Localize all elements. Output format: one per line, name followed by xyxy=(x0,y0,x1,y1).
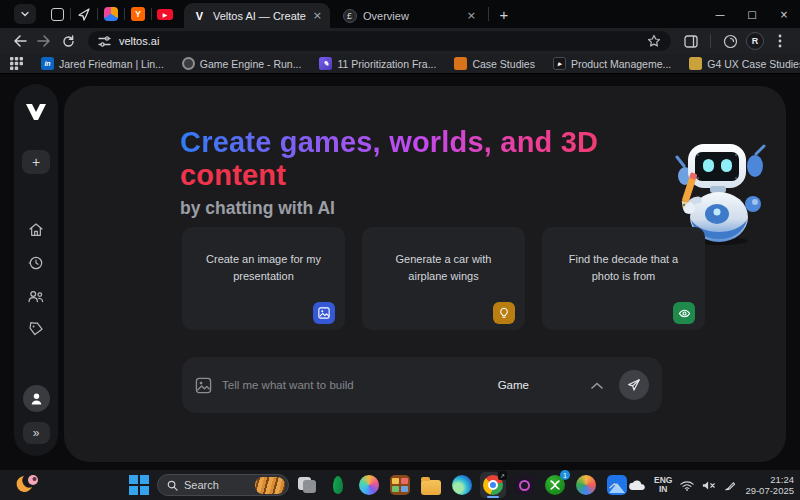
browser-tab-strip: Y ▶ V Veltos AI — Create Games & 3... × … xyxy=(0,0,800,28)
card-label: Create an image for my presentation xyxy=(182,227,345,284)
person-icon xyxy=(29,391,44,406)
chrome-notification-badge: ↗ xyxy=(498,471,507,480)
tab-title: Overview xyxy=(363,10,461,22)
pinned-tab-send[interactable] xyxy=(71,2,97,26)
edge-icon xyxy=(452,475,472,495)
suggestion-card-photo[interactable]: Find the decade that a photo is from xyxy=(542,227,705,330)
tab-divider xyxy=(488,7,489,21)
prompt-composer[interactable]: Game xyxy=(182,357,662,413)
weather-widget-icon[interactable] xyxy=(16,473,42,497)
attach-image-icon[interactable] xyxy=(195,377,212,394)
bookmark-item[interactable]: G4 UX Case Studies... xyxy=(683,57,800,70)
bookmark-item[interactable]: ✎11 Prioritization Fra... xyxy=(313,57,442,70)
new-project-button[interactable]: + xyxy=(22,150,50,174)
windows-taskbar: Search ↗ 1 ENGIN xyxy=(0,470,800,500)
browser-menu-button[interactable] xyxy=(768,30,792,52)
system-tray: ENGIN 21:2429-07-2025 xyxy=(609,470,794,500)
bookmark-star-icon[interactable] xyxy=(647,34,661,48)
forward-button[interactable] xyxy=(32,30,56,52)
folder-icon xyxy=(421,480,441,495)
document-icon xyxy=(51,8,64,21)
language-indicator[interactable]: ENGIN xyxy=(654,476,672,494)
copilot-app[interactable] xyxy=(356,472,382,498)
apps-grid-icon xyxy=(10,57,23,70)
tab-veltos[interactable]: V Veltos AI — Create Games & 3... × xyxy=(184,3,330,28)
minimize-button[interactable]: — xyxy=(704,0,736,28)
taskbar-clock[interactable]: 21:2429-07-2025 xyxy=(745,474,794,496)
bookmark-label: Game Engine - Run... xyxy=(200,58,302,70)
copilot-icon xyxy=(359,475,379,495)
prompt-input[interactable] xyxy=(222,379,498,391)
back-button[interactable] xyxy=(8,30,32,52)
tab-overview[interactable]: £ Overview × xyxy=(334,3,484,28)
new-tab-button[interactable]: + xyxy=(493,3,515,25)
window-controls: — □ × xyxy=(704,0,800,28)
hackernews-icon: Y xyxy=(131,7,145,21)
tray-chevron-up-icon[interactable] xyxy=(609,482,620,489)
bookmark-item[interactable]: Case Studies xyxy=(448,57,540,70)
onedrive-cloud-icon[interactable] xyxy=(628,480,646,491)
page-title-line2: content xyxy=(180,159,700,192)
pinned-tab-document[interactable] xyxy=(44,2,70,26)
youtube-icon: ▶ xyxy=(157,9,173,20)
omnibox[interactable]: veltos.ai xyxy=(88,31,671,51)
close-window-button[interactable]: × xyxy=(768,0,800,28)
veltos-favicon: V xyxy=(192,8,207,23)
bookmark-item[interactable]: ▸Product Manageme... xyxy=(547,57,677,70)
kebab-menu-icon xyxy=(778,34,782,48)
extensions-button[interactable] xyxy=(718,30,742,52)
back-arrow-icon xyxy=(13,35,27,47)
mode-select[interactable]: Game xyxy=(498,379,529,391)
profile-avatar[interactable]: R xyxy=(746,32,764,50)
send-button[interactable] xyxy=(619,370,649,400)
pinned-tab-paint[interactable] xyxy=(98,2,124,26)
tag-icon[interactable] xyxy=(28,321,44,337)
search-highlight-image[interactable] xyxy=(255,477,285,494)
user-avatar[interactable] xyxy=(23,385,50,412)
close-tab-icon[interactable]: × xyxy=(313,9,322,22)
reload-icon xyxy=(62,35,75,48)
xbox-notification-badge: 1 xyxy=(560,470,570,480)
edge-app[interactable] xyxy=(449,472,475,498)
reload-button[interactable] xyxy=(56,30,80,52)
chevron-up-icon[interactable] xyxy=(591,382,603,389)
file-explorer-app[interactable] xyxy=(418,472,444,498)
chrome-canary-app[interactable] xyxy=(573,472,599,498)
start-button[interactable] xyxy=(126,472,152,498)
expand-sidebar-button[interactable]: » xyxy=(23,422,50,444)
wifi-icon[interactable] xyxy=(680,480,694,491)
task-view-button[interactable] xyxy=(294,472,320,498)
image-icon-badge xyxy=(313,302,335,324)
maximize-button[interactable]: □ xyxy=(736,0,768,28)
chevron-down-icon xyxy=(20,9,30,19)
pinned-tab-hackernews[interactable]: Y xyxy=(125,2,151,26)
mongodb-app[interactable] xyxy=(325,472,351,498)
card-label: Find the decade that a photo is from xyxy=(542,227,705,284)
home-icon[interactable] xyxy=(28,222,44,238)
chrome-app-active[interactable]: ↗ xyxy=(480,472,506,498)
store-app[interactable] xyxy=(387,472,413,498)
suggestion-card-generate[interactable]: Generate a car with airplane wings xyxy=(362,227,525,330)
page-title-line1: Create games, worlds, and 3D xyxy=(180,126,700,159)
lang-line2: IN xyxy=(659,484,668,494)
ux-case-studies-icon xyxy=(689,57,702,70)
pinned-tab-youtube[interactable]: ▶ xyxy=(152,2,178,26)
tab-search-button[interactable] xyxy=(14,4,36,24)
volume-muted-icon[interactable] xyxy=(702,480,716,491)
app-sidebar: + » xyxy=(14,84,58,456)
community-icon[interactable] xyxy=(27,288,45,304)
tray-date: 29-07-2025 xyxy=(745,485,794,496)
suggestion-card-image[interactable]: Create an image for my presentation xyxy=(182,227,345,330)
bookmark-item[interactable]: inJared Friedman | Lin... xyxy=(35,57,170,70)
history-icon[interactable] xyxy=(28,255,44,271)
taskbar-search[interactable]: Search xyxy=(157,474,289,496)
windows-logo-icon xyxy=(129,475,149,495)
apps-grid-button[interactable] xyxy=(10,57,23,70)
close-tab-icon[interactable]: × xyxy=(467,9,476,22)
bookmark-item[interactable]: Game Engine - Run... xyxy=(176,57,308,70)
dark-social-app[interactable] xyxy=(511,472,537,498)
toolbar-divider xyxy=(710,34,711,48)
side-panel-button[interactable] xyxy=(679,30,703,52)
pen-ink-icon[interactable] xyxy=(724,480,737,491)
xbox-app[interactable]: 1 xyxy=(542,472,568,498)
